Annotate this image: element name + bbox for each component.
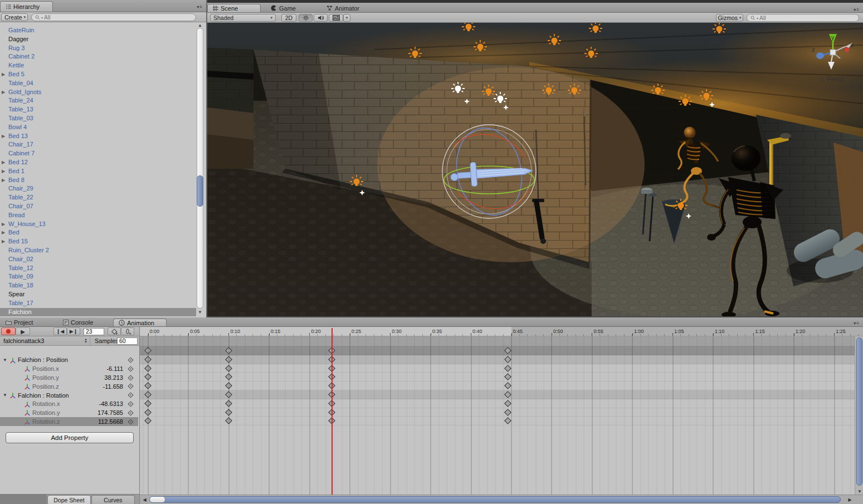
collapse-arrow-icon[interactable]: ▼ (3, 358, 7, 363)
property-row[interactable]: ▼Falchion : Rotation (0, 391, 138, 400)
hierarchy-item[interactable]: Bowl 4 (0, 123, 196, 132)
hierarchy-item[interactable]: Table_12 (0, 264, 196, 273)
hierarchy-item[interactable]: Dagger (0, 35, 196, 44)
hierarchy-item[interactable]: ▶Bed 1 (0, 167, 196, 176)
dopesheet-row[interactable] (140, 355, 863, 364)
hierarchy-item[interactable]: Kettle (0, 61, 196, 70)
add-key-icon[interactable] (128, 410, 134, 416)
property-row[interactable]: Rotation.z112.5668 (0, 417, 138, 426)
keyframe-diamond[interactable] (225, 400, 232, 407)
dopesheet-vertical-scrollbar[interactable]: ▼ (855, 336, 863, 495)
scroll-down-icon[interactable]: ▼ (198, 310, 202, 315)
expand-arrow-icon[interactable]: ▶ (2, 228, 5, 237)
keyframe-diamond[interactable] (225, 382, 232, 389)
scene-search-input[interactable]: ▾ All (747, 14, 859, 22)
gizmos-dropdown[interactable]: Gizmos▾ (716, 14, 743, 22)
expand-arrow-icon[interactable]: ▶ (2, 167, 5, 176)
scroll-left-icon[interactable]: ◀ (141, 496, 148, 503)
keyframe-diamond[interactable] (144, 347, 152, 354)
scroll-right-icon[interactable]: ▶ (846, 496, 854, 503)
hierarchy-item[interactable]: Chair_29 (0, 184, 196, 193)
dopesheet-row[interactable] (140, 364, 863, 373)
tab-console[interactable]: Console (58, 319, 97, 326)
add-key-icon[interactable] (128, 357, 134, 363)
hierarchy-item[interactable]: Table_24 (0, 96, 196, 105)
keyframe-diamond[interactable] (504, 347, 511, 354)
goto-last-frame-button[interactable]: ▶❙ (67, 327, 80, 335)
scrollbar-thumb[interactable] (856, 337, 862, 486)
keyframe-diamond[interactable] (504, 356, 511, 363)
current-frame-input[interactable]: 23 (84, 328, 104, 335)
animation-panel-menu-icon[interactable]: ▾≡ (854, 321, 860, 326)
scene-audio-button[interactable] (314, 14, 328, 22)
property-value[interactable]: 174.7585 (97, 409, 123, 416)
animation-clip-dropdown[interactable]: falchionattack3 ▲▼ (0, 336, 90, 345)
hierarchy-item[interactable]: ▶W_House_13 (0, 220, 196, 229)
keyframe-diamond[interactable] (144, 382, 152, 389)
shading-mode-dropdown[interactable]: Shaded ▾ (210, 14, 276, 22)
expand-arrow-icon[interactable]: ▶ (2, 88, 5, 97)
hierarchy-item[interactable]: Chair_17 (0, 140, 196, 149)
hierarchy-search-input[interactable]: ▾ All (31, 13, 196, 21)
expand-arrow-icon[interactable]: ▶ (2, 237, 5, 246)
hierarchy-item[interactable]: Chair_02 (0, 255, 196, 264)
add-key-icon[interactable] (128, 392, 134, 398)
property-value[interactable]: -11.658 (103, 383, 124, 390)
hierarchy-item[interactable]: Bread (0, 211, 196, 220)
hierarchy-item[interactable]: ▶Bed 5 (0, 70, 196, 79)
toggle-2d-button[interactable]: 2D (281, 14, 296, 22)
expand-arrow-icon[interactable]: ▶ (2, 220, 5, 229)
scroll-up-icon[interactable]: ▲ (198, 23, 202, 28)
dopesheet-row[interactable] (140, 417, 863, 425)
hierarchy-item[interactable]: ▶Bed 8 (0, 176, 196, 185)
dopesheet-horizontal-scrollbar[interactable]: ◀ ▶ (140, 495, 863, 504)
hierarchy-item[interactable]: ▶Gold_Ignots (0, 88, 196, 97)
keyframe-diamond[interactable] (225, 418, 232, 425)
hierarchy-item[interactable]: GateRuin (0, 26, 196, 35)
keyframe-diamond[interactable] (225, 365, 232, 372)
dopesheet-row[interactable] (140, 399, 863, 408)
expand-arrow-icon[interactable]: ▶ (2, 70, 5, 79)
hierarchy-item[interactable]: Table_04 (0, 79, 196, 88)
effects-dropdown-arrow[interactable]: ▾ (343, 14, 350, 22)
hierarchy-item[interactable]: Spear (0, 290, 196, 299)
play-button[interactable]: ▶ (16, 327, 30, 335)
hierarchy-item[interactable]: Falchion (0, 308, 196, 316)
keyframe-diamond[interactable] (504, 374, 511, 381)
hierarchy-item[interactable]: Table_17 (0, 299, 196, 308)
keyframe-diamond[interactable] (144, 356, 152, 363)
hierarchy-scrollbar[interactable]: ▲ ▼ (196, 22, 205, 316)
tab-animation[interactable]: Animation (113, 319, 167, 326)
add-key-icon[interactable] (128, 401, 134, 407)
create-button[interactable]: Create▾ (1, 13, 28, 21)
property-value[interactable]: -6.111 (106, 365, 123, 372)
hierarchy-item[interactable]: Rug 3 (0, 44, 196, 53)
keyframe-diamond[interactable] (144, 391, 152, 398)
dopesheet-row[interactable] (140, 346, 863, 355)
hierarchy-item[interactable]: Table_18 (0, 281, 196, 290)
hierarchy-item[interactable]: Table_13 (0, 105, 196, 114)
add-key-icon[interactable] (128, 366, 134, 372)
hierarchy-item[interactable]: Table_09 (0, 272, 196, 281)
property-value[interactable]: -48.6313 (99, 400, 123, 407)
scene-effects-button[interactable] (329, 14, 343, 22)
hierarchy-panel-menu-icon[interactable]: ▾≡ (197, 4, 203, 9)
collapse-arrow-icon[interactable]: ▼ (3, 393, 7, 398)
add-key-icon[interactable] (128, 419, 134, 425)
add-property-button[interactable]: Add Property (6, 432, 134, 443)
keyframe-diamond[interactable] (225, 374, 232, 381)
keyframe-diamond[interactable] (504, 418, 511, 425)
tab-dope-sheet[interactable]: Dope Sheet (47, 495, 91, 504)
keyframe-diamond[interactable] (144, 374, 152, 381)
add-key-icon[interactable] (128, 383, 134, 389)
dopesheet-row[interactable] (140, 408, 863, 417)
tab-curves[interactable]: Curves (91, 495, 135, 504)
tab-animator[interactable]: Animator (322, 4, 364, 12)
tab-game[interactable]: Game (266, 4, 300, 12)
hierarchy-item[interactable]: Table_03 (0, 114, 196, 123)
scene-viewport[interactable]: y x z Persp (207, 23, 863, 316)
dopesheet-row[interactable] (140, 373, 863, 381)
scene-panel-menu-icon[interactable]: ▾≡ (854, 7, 860, 12)
hierarchy-item[interactable]: Cabinet 7 (0, 149, 196, 158)
hierarchy-item[interactable]: ▶Bed (0, 228, 196, 237)
